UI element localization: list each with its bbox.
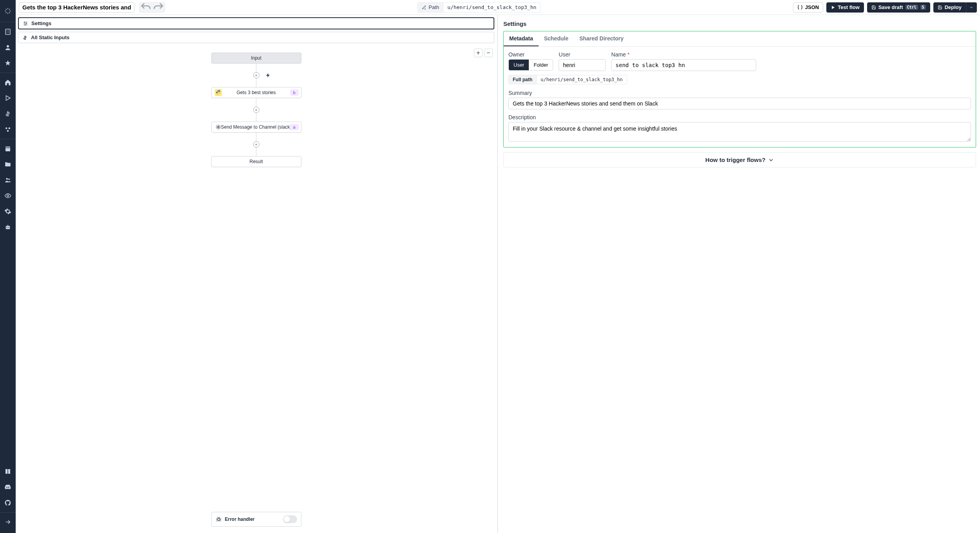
undo-redo-group: [139, 2, 165, 13]
tab-shared-directory[interactable]: Shared Directory: [574, 31, 629, 46]
step-letter-b: b: [290, 89, 299, 96]
users-icon[interactable]: [0, 172, 16, 188]
add-step-button-3[interactable]: +: [253, 141, 260, 147]
svg-rect-5: [5, 147, 10, 151]
summary-label: Summary: [508, 90, 971, 96]
deploy-group: Deploy: [933, 2, 977, 13]
logo-icon[interactable]: [0, 3, 16, 19]
home-icon[interactable]: [0, 75, 16, 90]
gear-icon[interactable]: [0, 204, 16, 219]
path-label: Path: [417, 2, 444, 13]
expand-icon[interactable]: [0, 514, 16, 530]
user-input[interactable]: [559, 59, 606, 71]
path-value[interactable]: u/henri/send_to_slack_top3_hn: [443, 2, 541, 13]
svg-point-2: [5, 127, 7, 129]
topbar: Path u/henri/send_to_slack_top3_hn JSON …: [16, 0, 980, 15]
full-path-display: Full path u/henri/send_to_slack_top3_hn: [508, 75, 971, 84]
dollar-icon[interactable]: [0, 106, 16, 122]
error-handler-toggle[interactable]: [283, 515, 297, 523]
zoom-out-button[interactable]: −: [484, 49, 493, 57]
name-label: Name *: [611, 51, 756, 58]
owner-user-button[interactable]: User: [509, 60, 529, 70]
how-to-trigger-button[interactable]: How to trigger flows?: [503, 152, 976, 167]
tab-metadata[interactable]: Metadata: [504, 31, 539, 46]
owner-folder-button[interactable]: Folder: [529, 60, 553, 70]
json-button[interactable]: JSON: [793, 2, 823, 13]
flow-title-input[interactable]: [19, 2, 134, 13]
svg-point-14: [218, 126, 219, 128]
settings-title: Settings: [503, 20, 976, 27]
zoom-in-button[interactable]: +: [474, 49, 483, 57]
building-icon[interactable]: [0, 24, 16, 40]
book-icon[interactable]: [0, 464, 16, 479]
owner-label: Owner: [508, 51, 553, 58]
play-icon[interactable]: [0, 90, 16, 106]
description-textarea[interactable]: Fill in your Slack resource & channel an…: [508, 122, 971, 142]
svg-point-10: [7, 227, 7, 228]
slack-icon: [215, 124, 222, 131]
resources-icon[interactable]: [0, 122, 16, 137]
settings-row[interactable]: Settings: [18, 17, 494, 29]
owner-segment: User Folder: [508, 59, 553, 71]
svg-rect-0: [5, 29, 10, 35]
step-a-node[interactable]: Send Message to Channel (slack) a: [211, 122, 301, 133]
input-node[interactable]: Input: [211, 53, 301, 64]
redo-button[interactable]: [152, 3, 165, 12]
path-display: Path u/henri/send_to_slack_top3_hn: [417, 2, 541, 13]
test-flow-button[interactable]: Test flow: [826, 2, 864, 13]
svg-rect-9: [6, 226, 10, 229]
svg-point-13: [219, 94, 219, 95]
folder-icon[interactable]: [0, 156, 16, 172]
bug-icon: [216, 516, 222, 522]
discord-icon[interactable]: [0, 479, 16, 495]
undo-button[interactable]: [140, 3, 152, 12]
calendar-icon[interactable]: [0, 141, 16, 156]
flow-canvas-panel: Settings All Static Inputs + − Input +: [16, 15, 498, 533]
tab-schedule[interactable]: Schedule: [539, 31, 574, 46]
static-inputs-row[interactable]: All Static Inputs: [18, 32, 494, 43]
svg-point-7: [8, 178, 10, 180]
description-label: Description: [508, 114, 971, 120]
add-step-button-2[interactable]: +: [253, 107, 260, 113]
flow-canvas[interactable]: + − Input +: [18, 47, 494, 530]
svg-rect-15: [218, 518, 220, 521]
deploy-dropdown-button[interactable]: [966, 2, 977, 13]
python-icon: [215, 89, 222, 96]
settings-tabs: Metadata Schedule Shared Directory: [504, 31, 976, 47]
github-icon[interactable]: [0, 495, 16, 511]
svg-point-6: [6, 178, 8, 180]
user-label: User: [559, 51, 606, 58]
svg-point-12: [217, 91, 218, 91]
eye-icon[interactable]: [0, 188, 16, 204]
result-node[interactable]: Result: [211, 156, 301, 167]
robot-icon[interactable]: [0, 219, 16, 235]
svg-point-4: [7, 130, 9, 132]
add-step-button[interactable]: +: [253, 72, 260, 78]
step-b-node[interactable]: Gets 3 best stories b: [211, 87, 301, 98]
app-sidebar: [0, 0, 16, 533]
save-draft-button[interactable]: Save draft Ctrl S: [867, 2, 930, 13]
svg-point-3: [9, 127, 11, 129]
svg-point-11: [8, 227, 9, 228]
chevron-down-icon: [768, 157, 774, 163]
name-input[interactable]: [611, 59, 756, 71]
svg-point-8: [7, 195, 9, 197]
svg-point-1: [7, 45, 9, 47]
error-handler-row[interactable]: Error handler: [211, 512, 301, 527]
user-icon[interactable]: [0, 40, 16, 55]
star-icon[interactable]: [0, 55, 16, 71]
settings-panel: Settings Metadata Schedule Shared Direct…: [498, 15, 980, 533]
deploy-button[interactable]: Deploy: [933, 2, 966, 13]
step-letter-a: a: [290, 124, 299, 130]
summary-input[interactable]: [508, 98, 971, 109]
bolt-icon[interactable]: [265, 72, 271, 78]
